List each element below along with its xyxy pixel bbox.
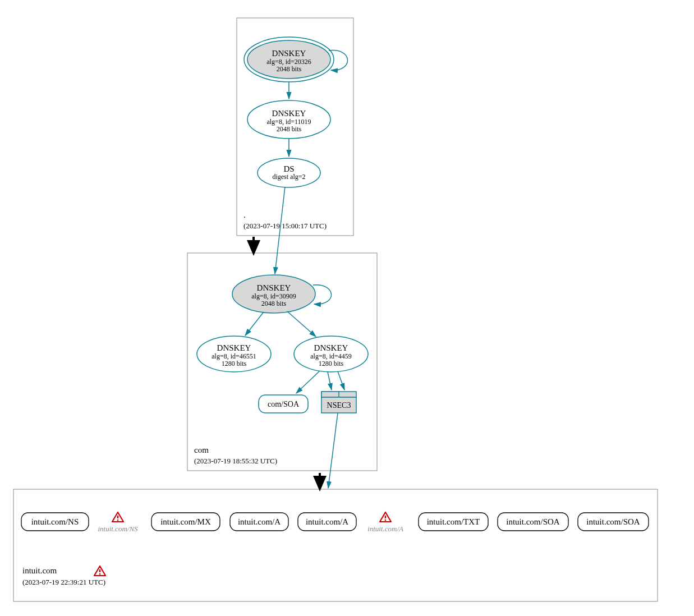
node-com-ksk[interactable]: DNSKEY alg=8, id=30909 2048 bits	[232, 275, 315, 313]
svg-text:digest alg=2: digest alg=2	[272, 173, 305, 181]
svg-text:intuit.com/NS: intuit.com/NS	[98, 525, 138, 533]
svg-text:com/SOA: com/SOA	[268, 400, 300, 408]
svg-text:2048 bits: 2048 bits	[277, 65, 302, 73]
zone-root-name: .	[243, 210, 246, 219]
svg-text:alg=8, id=11019: alg=8, id=11019	[266, 118, 311, 126]
edge-zsk2-nsec3-2	[338, 371, 344, 390]
svg-text:intuit.com/NS: intuit.com/NS	[31, 517, 79, 526]
edge-comksk-zsk1	[245, 312, 264, 335]
svg-text:2048 bits: 2048 bits	[261, 300, 287, 307]
svg-text:1280 bits: 1280 bits	[319, 360, 344, 367]
zone-intuit	[13, 489, 658, 601]
record-intuit-txt[interactable]: intuit.com/TXT	[419, 513, 488, 531]
record-intuit-a-1[interactable]: intuit.com/A	[230, 513, 288, 531]
svg-text:intuit.com/A: intuit.com/A	[238, 517, 281, 526]
svg-text:DNSKEY: DNSKEY	[272, 109, 306, 118]
warning-icon	[112, 512, 123, 522]
record-intuit-mx[interactable]: intuit.com/MX	[151, 513, 220, 531]
svg-text:DNSKEY: DNSKEY	[217, 343, 251, 352]
svg-text:DNSKEY: DNSKEY	[272, 49, 306, 58]
edge-zsk2-soa	[296, 371, 320, 393]
svg-text:2048 bits: 2048 bits	[277, 125, 302, 133]
warning-icon	[94, 566, 105, 576]
record-intuit-ns-2-warning[interactable]: intuit.com/NS	[98, 512, 138, 533]
svg-text:intuit.com/SOA: intuit.com/SOA	[506, 517, 560, 526]
record-intuit-ns-1[interactable]: intuit.com/NS	[21, 513, 89, 531]
edge-rootds-comksk	[275, 187, 285, 274]
node-com-zsk1[interactable]: DNSKEY alg=8, id=46551 1280 bits	[197, 336, 271, 372]
node-root-zsk[interactable]: DNSKEY alg=8, id=11019 2048 bits	[247, 100, 330, 139]
record-intuit-soa-1[interactable]: intuit.com/SOA	[498, 513, 568, 531]
svg-text:intuit.com/A: intuit.com/A	[367, 525, 403, 533]
svg-rect-29	[321, 392, 339, 397]
zone-root-time: (2023-07-19 15:00:17 UTC)	[243, 222, 327, 230]
node-com-soa[interactable]: com/SOA	[259, 395, 308, 413]
svg-text:1280 bits: 1280 bits	[222, 360, 247, 367]
svg-text:DNSKEY: DNSKEY	[257, 283, 291, 292]
zone-intuit-time: (2023-07-19 22:39:21 UTC)	[22, 578, 105, 586]
record-intuit-a-2[interactable]: intuit.com/A	[298, 513, 356, 531]
svg-text:DNSKEY: DNSKEY	[314, 343, 348, 352]
edge-comksk-zsk2	[287, 311, 316, 337]
svg-text:intuit.com/MX: intuit.com/MX	[160, 517, 211, 526]
node-nsec3[interactable]: NSEC3	[321, 392, 356, 413]
edge-zsk2-nsec3-1	[328, 372, 332, 390]
node-root-ds[interactable]: DS digest alg=2	[258, 158, 320, 187]
node-com-zsk2[interactable]: DNSKEY alg=8, id=4459 1280 bits	[294, 336, 368, 372]
edge-com-ksk-self	[313, 285, 332, 304]
svg-text:intuit.com/TXT: intuit.com/TXT	[427, 517, 480, 526]
svg-text:alg=8, id=46551: alg=8, id=46551	[212, 352, 256, 360]
zone-intuit-name: intuit.com	[22, 566, 57, 575]
svg-text:intuit.com/A: intuit.com/A	[306, 517, 348, 526]
zone-com-time: (2023-07-19 18:55:32 UTC)	[194, 457, 277, 465]
node-root-ksk[interactable]: DNSKEY alg=8, id=20326 2048 bits	[244, 37, 334, 82]
svg-text:alg=8, id=4459: alg=8, id=4459	[310, 352, 352, 360]
svg-text:DS: DS	[283, 164, 294, 173]
record-intuit-soa-2[interactable]: intuit.com/SOA	[578, 513, 649, 531]
edge-nsec3-intuit	[328, 413, 338, 488]
warning-icon	[380, 512, 391, 522]
dnssec-graph: . (2023-07-19 15:00:17 UTC) DNSKEY alg=8…	[6, 6, 694, 616]
record-intuit-a-3-warning[interactable]: intuit.com/A	[367, 512, 403, 533]
svg-text:NSEC3: NSEC3	[327, 401, 351, 410]
svg-text:intuit.com/SOA: intuit.com/SOA	[586, 517, 640, 526]
svg-text:alg=8, id=20326: alg=8, id=20326	[266, 58, 311, 66]
zone-com-name: com	[194, 445, 209, 454]
svg-text:alg=8, id=30909: alg=8, id=30909	[251, 292, 296, 300]
